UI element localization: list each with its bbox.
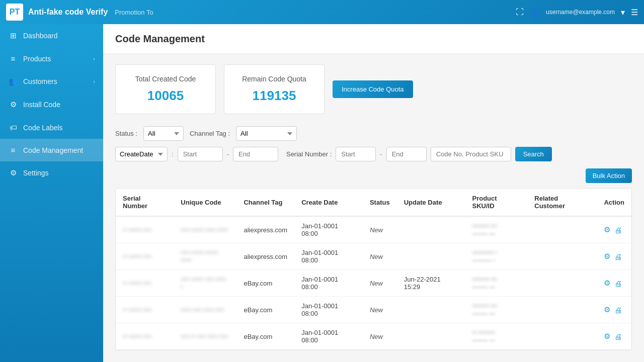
table-row: •• •••••• •••• •••• •• •••• ••••• •••• e… — [116, 323, 631, 350]
cell-serial: •• •••••• •••• — [116, 270, 174, 297]
col-unique-code: Unique Code — [174, 189, 236, 216]
code-labels-icon: 🏷 — [8, 123, 18, 132]
serial-start-input[interactable] — [336, 147, 376, 161]
menu-icon[interactable]: ☰ — [631, 8, 638, 17]
cell-unique-code: •••• •••••• ••••• ••••• — [174, 216, 236, 243]
sidebar-item-dashboard[interactable]: ⊞ Dashboard — [0, 24, 103, 47]
status-select[interactable]: All New Used Invalid — [143, 126, 184, 141]
cell-status: New — [363, 216, 397, 243]
cell-action: ⚙ 🖨 — [597, 270, 631, 297]
cell-customer — [527, 243, 597, 270]
col-channel-tag: Channel Tag — [236, 189, 294, 216]
cell-create-date: Jan-01-0001 08:00 — [294, 297, 363, 323]
cell-channel: eBay.com — [236, 323, 294, 350]
cell-status: New — [363, 243, 397, 270]
cell-serial: •• •••••• •••• — [116, 297, 174, 323]
cell-unique-code: •••• •••••• •••••• ••••• — [174, 243, 236, 270]
date-type-select[interactable]: CreateDate UpdateDate — [115, 147, 168, 161]
cell-create-date: Jan-01-0001 08:00 — [294, 216, 363, 243]
cell-channel: aliexpress.com — [236, 216, 294, 243]
user-name: username@example.com — [546, 9, 615, 16]
cell-action: ⚙ 🖨 — [597, 323, 631, 350]
customers-icon: 👥 — [8, 77, 18, 86]
cell-unique-code: ••••• •••• ••••• •••• — [174, 297, 236, 323]
settings-action-icon[interactable]: ⚙ — [604, 252, 610, 261]
cell-sku: •• •••••••• •••••••• ••• — [465, 323, 527, 350]
remain-quota-card: Remain Code Quota 119135 — [224, 64, 325, 114]
topbar: PT Anti-fake code Verify Promotion To ⛶ … — [0, 0, 644, 24]
cell-update-date — [397, 323, 465, 350]
main-content: Code Management Total Created Code 10065… — [103, 24, 644, 362]
increase-quota-button[interactable]: Increase Code Quota — [333, 80, 413, 98]
cell-customer — [527, 323, 597, 350]
chevron-right-icon: › — [93, 56, 95, 62]
print-action-icon[interactable]: 🖨 — [614, 226, 622, 234]
cell-unique-code: •••• •• •••• ••••• •••• — [174, 323, 236, 350]
date-start-input[interactable] — [178, 147, 223, 161]
cell-customer — [527, 270, 597, 297]
user-icon[interactable]: 👤 — [530, 8, 540, 17]
cell-action: ⚙ 🖨 — [597, 297, 631, 323]
app-subtitle: Promotion To — [115, 9, 153, 16]
code-search-input[interactable] — [431, 147, 511, 161]
fullscreen-icon[interactable]: ⛶ — [516, 8, 524, 17]
col-status: Status — [363, 189, 397, 216]
status-label: Status : — [115, 130, 137, 137]
user-dropdown-icon[interactable]: ▾ — [621, 8, 625, 17]
products-icon: ≡ — [8, 54, 18, 63]
cell-serial: •• •••••• •••• — [116, 243, 174, 270]
print-action-icon[interactable]: 🖨 — [614, 252, 622, 261]
cell-sku: •••••••• ••• •••••••• ••• — [465, 216, 527, 243]
sidebar-item-settings[interactable]: ⚙ Settings — [0, 161, 103, 185]
cell-update-date — [397, 297, 465, 323]
settings-action-icon[interactable]: ⚙ — [604, 225, 610, 234]
settings-action-icon[interactable]: ⚙ — [604, 279, 610, 288]
serial-dash-separator: - — [380, 150, 382, 158]
settings-action-icon[interactable]: ⚙ — [604, 332, 610, 341]
channel-label: Channel Tag : — [190, 130, 230, 137]
print-action-icon[interactable]: 🖨 — [614, 279, 622, 288]
cell-sku: •••••••• ••• •••••••• ••• — [465, 270, 527, 297]
sidebar-item-customers[interactable]: 👥 Customers › — [0, 70, 103, 93]
sidebar-item-products[interactable]: ≡ Products › — [0, 47, 103, 70]
cell-status: New — [363, 270, 397, 297]
cell-status: New — [363, 297, 397, 323]
sidebar-item-label: Code Management — [23, 146, 95, 154]
chevron-right-icon: › — [93, 78, 95, 84]
remain-quota-value: 119135 — [239, 88, 309, 104]
cell-action: ⚙ 🖨 — [597, 243, 631, 270]
col-serial-number: Serial Number — [116, 189, 174, 216]
settings-icon: ⚙ — [8, 168, 18, 177]
cell-create-date: Jan-01-0001 08:00 — [294, 323, 363, 350]
cell-update-date — [397, 243, 465, 270]
sidebar-item-code-labels[interactable]: 🏷 Code Labels — [0, 116, 103, 139]
sidebar-item-label: Code Labels — [23, 124, 95, 132]
print-action-icon[interactable]: 🖨 — [614, 332, 622, 341]
app-title: Anti-fake code Verify — [28, 8, 108, 17]
colon-separator: : — [172, 150, 174, 158]
serial-end-input[interactable] — [386, 147, 427, 161]
sidebar-item-label: Install Code — [23, 101, 95, 109]
cell-channel: eBay.com — [236, 297, 294, 323]
date-end-input[interactable] — [233, 147, 278, 161]
bulk-action-button[interactable]: Bulk Action — [586, 168, 632, 183]
search-button[interactable]: Search — [515, 147, 552, 161]
sidebar-item-label: Settings — [23, 169, 95, 177]
channel-select[interactable]: All aliexpress.com eBay.com — [236, 126, 297, 141]
cell-status: New — [363, 323, 397, 350]
install-code-icon: ⚙ — [8, 100, 18, 109]
cell-action: ⚙ 🖨 — [597, 216, 631, 243]
print-action-icon[interactable]: 🖨 — [614, 306, 622, 314]
cell-sku: •••••••••• • •••••••••• • — [465, 243, 527, 270]
filter-row: Status : All New Used Invalid Channel Ta… — [115, 126, 632, 141]
remain-quota-label: Remain Code Quota — [239, 75, 309, 83]
settings-action-icon[interactable]: ⚙ — [604, 305, 610, 314]
col-customer: Related Customer — [527, 189, 597, 216]
sidebar-item-code-management[interactable]: ≡ Code Management — [0, 139, 103, 161]
sidebar-item-install-code[interactable]: ⚙ Install Code — [0, 93, 103, 116]
col-sku: Product SKU/ID — [465, 189, 527, 216]
col-action: Action — [597, 189, 631, 216]
cell-update-date: Jun-22-2021 15:29 — [397, 270, 465, 297]
page-title: Code Management — [103, 24, 644, 54]
cell-channel: eBay.com — [236, 270, 294, 297]
